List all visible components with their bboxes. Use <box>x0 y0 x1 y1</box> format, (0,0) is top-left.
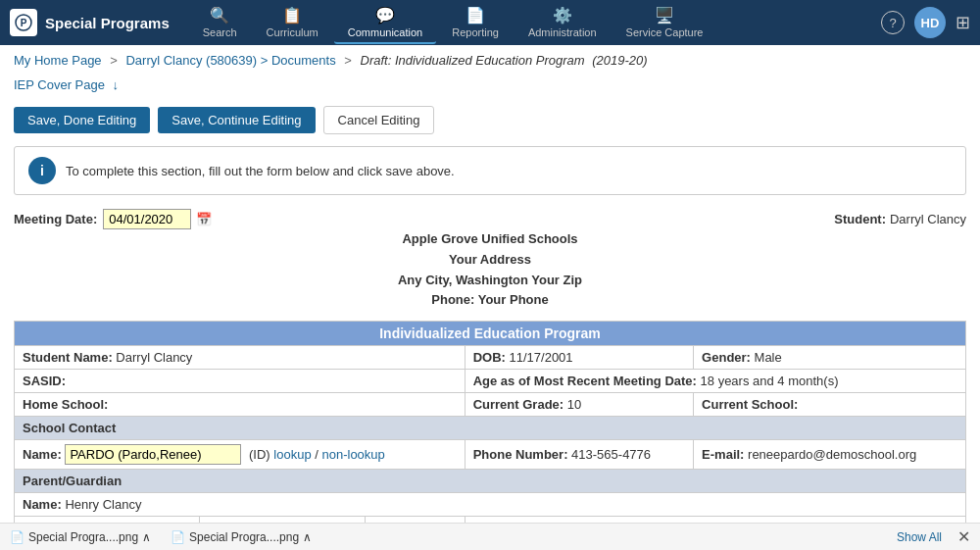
logo-icon: P <box>10 9 37 36</box>
info-message: To complete this section, fill out the f… <box>66 164 455 178</box>
iep-link-bar: IEP Cover Page ↓ <box>0 75 980 100</box>
arrow-down-icon: ↓ <box>113 77 120 92</box>
download-icon-2: 📄 <box>171 530 185 544</box>
user-avatar[interactable]: HD <box>914 7 946 38</box>
admin-icon: ⚙️ <box>553 6 572 25</box>
grid-menu-icon[interactable]: ⊞ <box>956 12 970 33</box>
bottom-bar: 📄 Special Progra....png ∧ 📄 Special Prog… <box>0 523 980 550</box>
parent1-header: Parent/Guardian <box>15 470 966 493</box>
action-bar: Save, Done Editing Save, Continue Editin… <box>0 100 980 140</box>
email-value: reneepardo@demoschool.org <box>748 447 916 462</box>
nav-reporting[interactable]: 📄 Reporting <box>438 2 513 44</box>
gender-label: Gender: <box>702 350 751 365</box>
app-logo[interactable]: P Special Programs <box>10 9 170 36</box>
save-done-button[interactable]: Save, Done Editing <box>14 107 150 133</box>
chevron-up-icon-1: ∧ <box>142 530 151 544</box>
nav-service-capture[interactable]: 🖥️ Service Capture <box>612 2 717 44</box>
svg-text:P: P <box>21 18 27 28</box>
breadcrumb: My Home Page > Darryl Clancy (580639) > … <box>0 45 980 75</box>
service-icon: 🖥️ <box>655 6 674 25</box>
show-all-link[interactable]: Show All <box>897 530 942 544</box>
chevron-up-icon-2: ∧ <box>303 530 312 544</box>
dob-label: DOB: <box>473 350 506 365</box>
contact-lookup-link[interactable]: lookup <box>273 447 311 462</box>
contact-non-lookup-link[interactable]: non-lookup <box>321 447 384 462</box>
communication-icon: 💬 <box>375 6 395 25</box>
section-header-row: School Contact <box>15 417 966 440</box>
download-item-1[interactable]: 📄 Special Progra....png ∧ <box>10 530 151 544</box>
help-button[interactable]: ? <box>881 11 905 34</box>
table-row: SASID: Age as of Most Recent Meeting Dat… <box>15 370 966 393</box>
form-area: Meeting Date: 📅 Student: Darryl Clancy A… <box>0 201 980 550</box>
nav-items: 🔍 Search 📋 Curriculum 💬 Communication 📄 … <box>189 2 881 44</box>
reporting-icon: 📄 <box>466 6 485 25</box>
section-header-row: Parent/Guardian <box>15 470 966 493</box>
home-school-label: Home School: <box>23 397 108 412</box>
table-row: Name: (ID) lookup / non-lookup Phone Num… <box>15 440 966 470</box>
breadcrumb-current: Draft: Individualized Education Program … <box>361 53 648 68</box>
parent1-name-value: Henry Clancy <box>65 497 141 512</box>
table-row: Home School: Current Grade: 10 Current S… <box>15 393 966 417</box>
email-label: E-mail: <box>702 447 744 462</box>
info-box: i To complete this section, fill out the… <box>14 146 966 195</box>
meeting-date-input[interactable] <box>103 209 191 229</box>
save-continue-button[interactable]: Save, Continue Editing <box>158 107 315 133</box>
phone-label: Phone Number: <box>473 447 568 462</box>
iep-table-header: Individualized Education Program <box>15 322 966 346</box>
contact-id-label: (ID) <box>249 447 270 462</box>
nav-communication[interactable]: 💬 Communication <box>334 2 436 44</box>
download-item-2[interactable]: 📄 Special Progra....png ∧ <box>171 530 312 544</box>
calendar-icon[interactable]: 📅 <box>196 212 212 226</box>
nav-search[interactable]: 🔍 Search <box>189 2 251 44</box>
grade-label: Current Grade: <box>473 397 564 412</box>
age-value: 18 years and 4 month(s) <box>701 374 839 388</box>
nav-administration[interactable]: ⚙️ Administration <box>514 2 611 44</box>
contact-name-input[interactable] <box>65 444 241 465</box>
table-row: Name: Henry Clancy <box>15 493 966 517</box>
phone-value: 413-565-4776 <box>571 447 651 462</box>
school-info-block: Apple Grove Unified Schools Your Address… <box>14 229 966 311</box>
app-title: Special Programs <box>45 15 170 31</box>
download-name-2: Special Progra....png <box>189 530 299 544</box>
table-row: Student Name: Darryl Clancy DOB: 11/17/2… <box>15 346 966 370</box>
download-icon-1: 📄 <box>10 530 24 544</box>
breadcrumb-student[interactable]: Darryl Clancy (580639) > Documents <box>125 53 335 68</box>
student-name-display: Darryl Clancy <box>890 212 966 226</box>
school-phone: Phone: Your Phone <box>14 290 966 311</box>
curriculum-icon: 📋 <box>282 6 302 25</box>
contact-name-label: Name: <box>23 447 62 462</box>
school-name: Apple Grove Unified Schools <box>14 229 966 250</box>
top-nav: P Special Programs 🔍 Search 📋 Curriculum… <box>0 0 980 45</box>
parent1-name-label: Name: <box>23 497 62 512</box>
close-downloads-button[interactable]: ✕ <box>957 527 970 546</box>
school-city-state: Any City, Washington Your Zip <box>14 271 966 291</box>
nav-curriculum[interactable]: 📋 Curriculum <box>253 2 332 44</box>
age-label: Age as of Most Recent Meeting Date: <box>473 374 697 388</box>
meeting-date-label: Meeting Date: <box>14 212 97 226</box>
cancel-editing-button[interactable]: Cancel Editing <box>323 106 435 134</box>
sasid-label: SASID: <box>23 374 66 388</box>
nav-right: ? HD ⊞ <box>881 7 970 38</box>
iep-table: Individualized Education Program Student… <box>14 321 966 550</box>
search-icon: 🔍 <box>210 6 229 25</box>
breadcrumb-home[interactable]: My Home Page <box>14 53 102 68</box>
grade-value: 10 <box>567 397 581 412</box>
student-name-label: Student Name: <box>23 350 113 365</box>
school-address: Your Address <box>14 250 966 271</box>
school-contact-header: School Contact <box>15 417 966 440</box>
gender-value: Male <box>755 350 782 365</box>
meeting-date-row: Meeting Date: 📅 Student: Darryl Clancy <box>14 209 966 229</box>
download-name-1: Special Progra....png <box>28 530 138 544</box>
info-icon: i <box>28 157 56 184</box>
iep-cover-page-link[interactable]: IEP Cover Page <box>14 77 105 92</box>
dob-value: 11/17/2001 <box>510 350 573 365</box>
student-static-label: Student: <box>834 212 886 226</box>
student-name-cell: Darryl Clancy <box>116 350 192 365</box>
current-school-label: Current School: <box>702 397 798 412</box>
download-list: 📄 Special Progra....png ∧ 📄 Special Prog… <box>10 530 312 544</box>
